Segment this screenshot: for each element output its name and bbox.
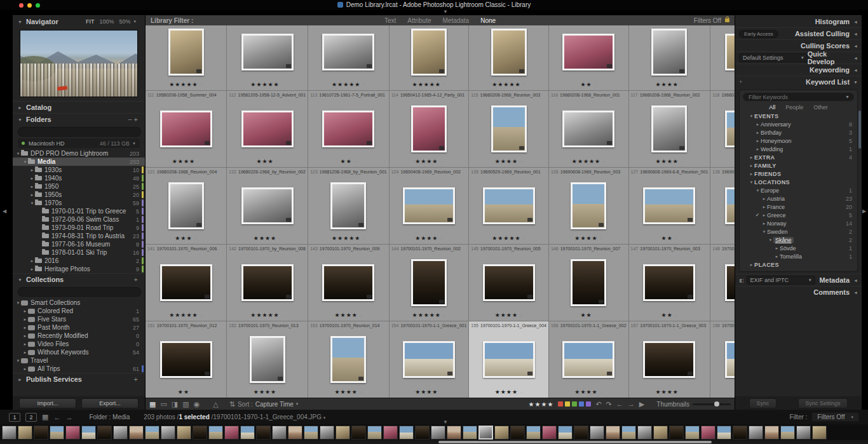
photo-thumbnail[interactable] — [483, 187, 535, 224]
filmstrip-thumbnail[interactable] — [177, 426, 191, 440]
slideshow-play-icon[interactable]: ▶ — [639, 398, 644, 410]
filmstrip-thumbnail[interactable] — [542, 426, 557, 440]
filmstrip-thumbnail[interactable] — [399, 426, 414, 440]
sort-value-dropdown[interactable]: Capture Time — [255, 401, 294, 408]
thumbnail-size-slider[interactable] — [693, 403, 731, 405]
photo-rating-stars[interactable]: ★★★★★ · — [146, 81, 226, 90]
photo-rating-stars[interactable]: ★★ · — [549, 312, 628, 321]
photo-thumbnail[interactable] — [322, 264, 374, 301]
filmstrip-thumbnail[interactable] — [796, 426, 811, 440]
photo-cell[interactable]: 10219560606-56_Graduation_003★★★★★ · — [227, 25, 308, 91]
loupe-view-icon[interactable]: ▭ — [160, 398, 166, 410]
photo-cell[interactable]: 11119580208-1958_Summer_004★★★★ · — [146, 91, 227, 168]
photo-cell[interactable]: 12619690608-1969_Reunion_003★★★★ · — [549, 168, 629, 245]
photo-rating-stars[interactable]: ★★★★★ · — [469, 81, 548, 90]
collapse-right-panel-arrow[interactable]: ▶ — [862, 208, 866, 214]
photo-cell[interactable]: 12519690529-1969_Reunion_001★★★★★ · — [469, 168, 549, 245]
photo-thumbnail[interactable] — [411, 29, 447, 76]
photo-rating-stars[interactable]: ★★ · — [146, 389, 226, 398]
collection-item[interactable]: ►Five Stars65 — [13, 315, 145, 323]
filmstrip-thumbnail[interactable] — [81, 426, 96, 440]
volume-bar[interactable]: Macintosh HD 46 / 113 GB ▼ — [18, 138, 140, 148]
filmstrip-thumbnail[interactable] — [240, 426, 255, 440]
folder-item[interactable]: 1974-08-31 Trip to Austria23 — [13, 232, 145, 240]
keyword-item[interactable]: ►Sövde1 — [740, 244, 857, 252]
filmstrip-thumbnail[interactable] — [558, 426, 573, 440]
filmstrip-thumbnail[interactable] — [256, 426, 271, 440]
folder-item[interactable]: 1978-01-01 Ski Trip16 — [13, 248, 145, 257]
filmstrip-thumbnail[interactable] — [685, 426, 700, 440]
secondary-display-button[interactable]: 2 — [25, 413, 37, 422]
color-chip-2[interactable] — [572, 401, 577, 407]
filmstrip-thumbnail[interactable] — [34, 426, 48, 440]
histogram-header[interactable]: Histogram ◄ — [735, 15, 862, 27]
collapse-filmstrip-arrow[interactable]: ▼ — [443, 419, 448, 425]
photo-rating-stars[interactable]: ★★★★ · — [629, 389, 710, 398]
rotate-left-icon[interactable]: ↶ — [595, 398, 601, 410]
filmstrip-thumbnail[interactable] — [50, 426, 64, 440]
filmstrip-thumbnail[interactable] — [129, 426, 144, 440]
filmstrip-thumbnail[interactable] — [113, 426, 128, 440]
photo-cell[interactable]: 14219700101-1970_by_Reunion_008★★★★★ · — [227, 245, 308, 321]
keyword-filter-input[interactable] — [747, 93, 845, 101]
filter-tab-text[interactable]: Text — [384, 17, 396, 24]
sync-button[interactable]: Sync — [749, 398, 776, 408]
photo-thumbnail[interactable] — [483, 341, 535, 378]
filmstrip-thumbnail[interactable] — [780, 426, 795, 440]
photo-cell[interactable]: 15619700101-1970-1-1_Greece_002★★★★ · — [549, 321, 629, 398]
selection-info[interactable]: 203 photos /1 selected /19700101-1970-1-… — [144, 414, 325, 420]
plus-icon[interactable]: + — [739, 79, 742, 85]
toolbar-rating-stars[interactable]: ★★★★ — [529, 401, 554, 408]
previous-photo-icon[interactable]: ← — [616, 398, 623, 410]
folder-item[interactable]: ►1950s20 — [13, 191, 145, 199]
filmstrip-thumbnail[interactable] — [272, 426, 287, 440]
collection-item[interactable]: ►Recently Modified0 — [13, 332, 145, 340]
filmstrip-thumbnail[interactable] — [208, 426, 223, 440]
keyword-item[interactable]: ►FAMILY — [740, 161, 857, 170]
navigator-zoom-options[interactable]: FIT100%50% — [86, 18, 131, 25]
photo-thumbnail[interactable] — [241, 111, 294, 147]
add-publish-service-button[interactable]: + — [134, 375, 140, 383]
photo-rating-stars[interactable]: ★★★★ · — [390, 235, 469, 244]
filmstrip-thumbnail[interactable] — [478, 426, 493, 440]
filmstrip-thumbnail[interactable] — [320, 426, 334, 440]
folder-item[interactable]: ▼DPD PRO Demo Lightroom203 — [13, 149, 145, 158]
collapse-top-panel-arrow[interactable]: ▼ — [443, 9, 448, 15]
filmstrip-thumbnail[interactable] — [733, 426, 747, 440]
export-button[interactable]: Export... — [81, 398, 139, 408]
grid-source-icon[interactable]: ▦ — [42, 413, 48, 421]
photo-rating-stars[interactable]: ★★★★ · — [308, 312, 389, 321]
color-chip-3[interactable] — [579, 401, 584, 407]
photo-rating-stars[interactable]: ★★★★ · — [469, 312, 548, 321]
photo-cell[interactable]: 11419650412-1965-4-12_Party_001★★★★ · — [390, 91, 470, 168]
photo-rating-stars[interactable]: ★★★★★ · — [390, 81, 469, 90]
filmstrip-thumbnail[interactable] — [669, 426, 684, 440]
photo-thumbnail[interactable] — [643, 187, 695, 224]
photo-cell[interactable]: 11319610725-1961-7-5_Portrait_001★★ · — [308, 91, 390, 168]
filters-off-label[interactable]: Filters Off — [694, 17, 721, 24]
filmstrip-thumbnail[interactable] — [383, 426, 398, 440]
navigator-zoom-option[interactable]: 50% — [119, 18, 130, 25]
photo-rating-stars[interactable]: ★★★★ · — [390, 389, 469, 398]
photo-cell[interactable]: 14119700101-1970_Reunion_006★★★★★ · — [146, 245, 227, 321]
photo-cell[interactable]: 11519660208-1966_Reunion_003★★★★ · — [469, 91, 549, 168]
photo-thumbnail[interactable] — [160, 111, 212, 147]
photo-thumbnail[interactable] — [571, 259, 606, 306]
folder-item[interactable]: 1973-09-01 Road Trip9 — [13, 224, 145, 232]
keyword-tab-all[interactable]: All — [769, 104, 775, 111]
collection-item[interactable]: ►Past Month27 — [13, 323, 145, 332]
filmstrip-thumbnail[interactable] — [65, 426, 80, 440]
filmstrip-thumbnail[interactable] — [415, 426, 430, 440]
photo-rating-stars[interactable]: ★★★★ · — [227, 235, 308, 244]
keyword-tab-people[interactable]: People — [785, 104, 803, 111]
photo-cell[interactable]: 15219700101-1970_Reunion_013★★★★ · — [227, 321, 308, 398]
photo-cell[interactable]: 12819690706-1969-7-6_Reunion_002★★ · — [710, 168, 735, 245]
keyword-item[interactable]: ►FRIENDS — [740, 170, 857, 178]
filmstrip-thumbnail[interactable] — [18, 426, 32, 440]
back-arrow-icon[interactable]: ← — [53, 414, 60, 421]
filmstrip-thumbnail[interactable] — [494, 426, 509, 440]
rotate-right-icon[interactable]: ↷ — [606, 398, 612, 410]
navigator-header[interactable]: ▼ Navigator FIT100%50% ▾ — [13, 15, 145, 27]
photo-rating-stars[interactable]: ★★ · — [710, 235, 735, 244]
photo-thumbnail[interactable] — [643, 341, 695, 378]
